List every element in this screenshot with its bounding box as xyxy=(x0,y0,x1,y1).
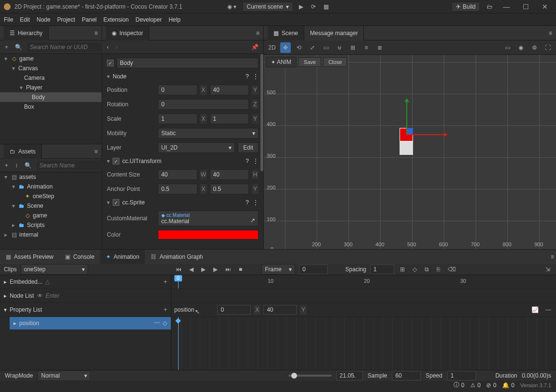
add-node-icon[interactable]: + xyxy=(3,43,10,51)
scale-x-input[interactable] xyxy=(158,114,197,124)
scene-dropdown[interactable]: Current scene ▾ xyxy=(242,2,293,12)
menu-file[interactable]: File xyxy=(4,16,13,23)
menu-panel[interactable]: Panel xyxy=(82,16,97,23)
menu-edit[interactable]: Edit xyxy=(20,16,30,23)
asset-item[interactable]: ▸🖿Scripts xyxy=(0,220,102,230)
time-slider[interactable] xyxy=(288,375,332,377)
position-y-input[interactable] xyxy=(210,85,249,95)
camera-icon[interactable]: ▭ xyxy=(502,42,513,53)
timeline-ruler[interactable]: 0 10 20 30 xyxy=(171,275,556,289)
inspector-tab[interactable]: ◉ Inspector xyxy=(106,26,149,40)
panel-menu-icon[interactable]: ≡ xyxy=(94,30,98,37)
menu-dots-icon[interactable]: ⋮ xyxy=(253,199,259,206)
panel-menu-icon[interactable]: ≡ xyxy=(94,148,98,155)
playhead-marker[interactable]: 0 xyxy=(174,275,182,281)
anchor-tool-icon[interactable]: ⊎ xyxy=(334,42,345,53)
maximize-icon[interactable]: ☐ xyxy=(518,3,533,11)
open-folder-icon[interactable]: 🗁 xyxy=(485,2,494,11)
menu-project[interactable]: Project xyxy=(57,16,75,23)
minimize-icon[interactable]: — xyxy=(499,3,514,11)
info-count[interactable]: ⓘ0 xyxy=(453,381,465,389)
menu-developer[interactable]: Developer xyxy=(135,16,162,23)
mobility-dropdown[interactable]: Static▾ xyxy=(158,128,259,139)
height-input[interactable] xyxy=(210,169,249,180)
notif-count[interactable]: 🔔0 xyxy=(502,382,515,389)
node-enabled-checkbox[interactable]: ✓ xyxy=(107,60,114,66)
layer-dropdown[interactable]: UI_2D▾ xyxy=(158,142,235,153)
link-icon[interactable]: ↗ xyxy=(250,217,255,224)
anchor-y-input[interactable] xyxy=(210,184,249,194)
add-icon[interactable]: + xyxy=(164,278,167,285)
grid-icon[interactable]: ⊞ xyxy=(398,265,407,274)
keyframe-marker[interactable] xyxy=(175,318,181,323)
x-axis-gizmo[interactable] xyxy=(406,134,445,135)
align2-icon[interactable]: ≣ xyxy=(375,42,385,53)
error-count[interactable]: ⊘0 xyxy=(486,382,496,389)
stop-icon[interactable]: ■ xyxy=(237,265,244,274)
width-input[interactable] xyxy=(158,169,197,180)
play-anim-icon[interactable]: ▶ xyxy=(199,265,207,274)
delete-icon[interactable]: ⌫ xyxy=(446,265,458,274)
menu-node[interactable]: Node xyxy=(37,16,51,23)
speed-input[interactable] xyxy=(447,371,476,380)
uitransform-checkbox[interactable]: ✓ xyxy=(113,158,119,164)
rect-tool-icon[interactable]: ▭ xyxy=(321,42,331,53)
tab-animation-graph[interactable]: ⛓ Animation Graph xyxy=(145,250,208,264)
help-icon[interactable]: ? xyxy=(246,158,249,164)
menu-dots-icon[interactable]: ⋮ xyxy=(253,73,259,80)
scene-tab[interactable]: ▦Scene xyxy=(268,26,304,40)
search-icon[interactable]: 🔍 xyxy=(23,161,34,170)
preview-platform-icon[interactable]: ◉ ▾ xyxy=(225,2,238,11)
menu-help[interactable]: Help xyxy=(168,16,181,23)
eye-icon[interactable]: 👁 xyxy=(37,292,43,299)
copy-icon[interactable]: ⧉ xyxy=(423,265,431,274)
asset-item[interactable]: ◇game xyxy=(0,211,102,220)
frame-input[interactable] xyxy=(299,265,328,274)
rotation-input[interactable] xyxy=(158,99,249,110)
mode-2d[interactable]: 2D xyxy=(267,42,277,53)
anchor-x-input[interactable] xyxy=(158,184,197,194)
prev-frame-icon[interactable]: ◀ xyxy=(187,265,195,274)
node-name-input[interactable] xyxy=(116,58,259,68)
playhead-line[interactable] xyxy=(178,317,179,370)
layer-edit-button[interactable]: Edit xyxy=(238,142,259,153)
scale-tool-icon[interactable]: ⤢ xyxy=(307,42,318,53)
build-button[interactable]: ✈ Build xyxy=(452,2,480,12)
asset-item[interactable]: ✦oneStep xyxy=(0,191,102,201)
curve-icon[interactable]: 📈 xyxy=(530,305,541,314)
panel-menu-icon[interactable]: ≡ xyxy=(549,253,556,261)
embedded-row[interactable]: ▸Embedded...△+ xyxy=(0,275,171,289)
property-position[interactable]: ▸position〰◇ xyxy=(10,317,171,329)
box-sprite[interactable] xyxy=(400,141,413,155)
animation-timeline[interactable]: 0 10 20 30 position ↖ X Y 📈— xyxy=(171,275,556,370)
close-window-icon[interactable]: ✕ xyxy=(538,3,552,11)
panel-menu-icon[interactable]: ≡ xyxy=(549,30,552,37)
back-icon[interactable]: ‹ xyxy=(105,43,111,51)
menu-dots-icon[interactable]: ⋮ xyxy=(253,158,259,164)
asset-item[interactable]: ▸▤internal xyxy=(0,230,102,240)
sample-input[interactable] xyxy=(392,371,421,380)
hierarchy-search-input[interactable] xyxy=(27,42,105,52)
add-prop-icon[interactable]: + xyxy=(164,306,167,313)
tree-item-body[interactable]: Body xyxy=(0,92,102,102)
keyframe-area[interactable] xyxy=(171,317,556,370)
warn-count[interactable]: ⚠0 xyxy=(470,382,481,389)
keyframe-icon[interactable]: ◇ xyxy=(163,320,167,327)
tree-item-player[interactable]: ▾Player xyxy=(0,83,102,92)
tab-console[interactable]: ▣ Console xyxy=(59,250,100,264)
material-field[interactable]: ◆ cc.Material cc.Material ↗ xyxy=(158,211,259,226)
slider-thumb[interactable] xyxy=(291,373,297,379)
align-icon[interactable]: ≡ xyxy=(361,42,372,53)
message-manager-tab[interactable]: Message manager xyxy=(304,26,364,40)
tree-item-camera[interactable]: Camera xyxy=(0,73,102,83)
time-display[interactable] xyxy=(336,371,363,380)
sprite-section[interactable]: ▾✓ cc.Sprite ?⋮ xyxy=(104,196,261,209)
help-icon[interactable]: ? xyxy=(246,199,249,206)
asset-item[interactable]: ▾🖿Scene xyxy=(0,201,102,211)
assets-tab[interactable]: 🗀 Assets xyxy=(4,144,42,159)
asset-item[interactable]: ▾🖿Animation xyxy=(0,182,102,191)
track-x-input[interactable] xyxy=(217,305,251,315)
menu-extension[interactable]: Extension xyxy=(103,16,129,23)
anim-close-button[interactable]: Close xyxy=(323,57,347,67)
nodelist-filter-input[interactable] xyxy=(46,292,70,299)
